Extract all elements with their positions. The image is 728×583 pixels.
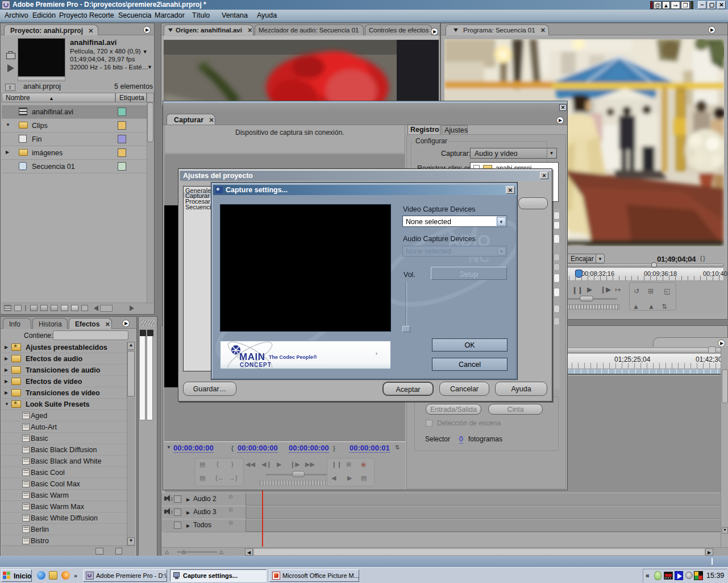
svg-text:+: + (375, 351, 378, 357)
svg-text:CONCEPT: CONCEPT (240, 362, 272, 368)
svg-text:The Codec People®: The Codec People® (269, 354, 317, 360)
svg-text:MAIN: MAIN (239, 352, 265, 362)
